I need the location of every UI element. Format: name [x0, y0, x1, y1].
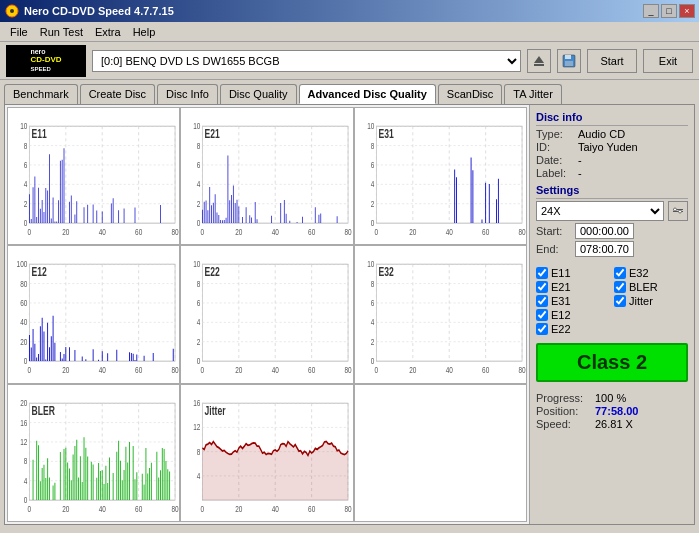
speed-select[interactable]: 24X Maximum 4X 8X 16X 32X 40X 48X	[536, 201, 664, 221]
chart-svg-e11: 0204060800246810E11	[8, 108, 179, 244]
disc-date-label: Date:	[536, 154, 574, 166]
svg-text:0: 0	[24, 495, 28, 505]
cb-E11[interactable]: E11	[536, 267, 610, 279]
tab-benchmark[interactable]: Benchmark	[4, 84, 78, 104]
svg-text:20: 20	[20, 337, 28, 347]
speed-row: 24X Maximum 4X 8X 16X 32X 40X 48X	[536, 201, 688, 221]
svg-point-1	[10, 9, 14, 13]
svg-text:0: 0	[370, 218, 374, 228]
chart-e21: 0204060800246810E21	[180, 107, 353, 245]
svg-text:0: 0	[374, 227, 378, 237]
cb-BLER[interactable]: BLER	[614, 281, 688, 293]
disc-date-row: Date: -	[536, 154, 688, 166]
svg-text:E11: E11	[32, 128, 47, 141]
cb-E22-input[interactable]	[536, 323, 548, 335]
tab-scandisc[interactable]: ScanDisc	[438, 84, 502, 104]
cb-E12-input[interactable]	[536, 309, 548, 321]
menu-extra[interactable]: Extra	[89, 24, 127, 40]
cb-E11-input[interactable]	[536, 267, 548, 279]
tab-discquality[interactable]: Disc Quality	[220, 84, 297, 104]
cb-E31-input[interactable]	[536, 295, 548, 307]
position-label: Position:	[536, 405, 591, 417]
svg-text:4: 4	[197, 470, 201, 480]
svg-text:8: 8	[370, 141, 374, 151]
svg-text:60: 60	[308, 227, 316, 237]
cb-Jitter-input[interactable]	[614, 295, 626, 307]
svg-text:60: 60	[135, 227, 143, 237]
app-logo: neroCD-DVDSPEED	[6, 45, 86, 77]
cb-E21-label: E21	[551, 281, 571, 293]
start-button[interactable]: Start	[587, 49, 637, 73]
svg-text:6: 6	[370, 298, 374, 308]
chart-e11: 0204060800246810E11	[7, 107, 180, 245]
svg-text:20: 20	[62, 365, 70, 375]
svg-text:80: 80	[345, 504, 353, 514]
svg-text:40: 40	[99, 227, 107, 237]
cb-E22[interactable]: E22	[536, 323, 610, 335]
chart-svg-bler: 020406080048121620BLER	[8, 385, 179, 521]
cb-Jitter[interactable]: Jitter	[614, 295, 688, 307]
svg-text:0: 0	[201, 365, 205, 375]
eject-button[interactable]	[527, 49, 551, 73]
svg-text:0: 0	[197, 218, 201, 228]
disc-label-value: -	[578, 167, 582, 179]
svg-text:80: 80	[171, 365, 179, 375]
cb-E32[interactable]: E32	[614, 267, 688, 279]
cb-E21-input[interactable]	[536, 281, 548, 293]
svg-text:20: 20	[62, 227, 70, 237]
chart-e22: 0204060800246810E22	[180, 245, 353, 383]
svg-text:10: 10	[193, 121, 201, 131]
exit-button[interactable]: Exit	[643, 49, 693, 73]
maximize-button[interactable]: □	[661, 4, 677, 18]
minimize-button[interactable]: _	[643, 4, 659, 18]
progress-label: Progress:	[536, 392, 591, 404]
svg-text:2: 2	[24, 199, 28, 209]
cb-E21[interactable]: E21	[536, 281, 610, 293]
menu-help[interactable]: Help	[127, 24, 162, 40]
close-button[interactable]: ×	[679, 4, 695, 18]
tab-discinfo[interactable]: Disc Info	[157, 84, 218, 104]
main-content: 0204060800246810E110204060800246810E2102…	[4, 104, 695, 525]
save-button[interactable]	[557, 49, 581, 73]
svg-text:20: 20	[20, 398, 28, 408]
svg-text:0: 0	[370, 356, 374, 366]
drive-select[interactable]: [0:0] BENQ DVD LS DW1655 BCGB	[92, 50, 521, 72]
tab-createdisc[interactable]: Create Disc	[80, 84, 155, 104]
svg-text:BLER: BLER	[32, 405, 56, 418]
cb-E31[interactable]: E31	[536, 295, 610, 307]
svg-text:40: 40	[445, 227, 453, 237]
window-controls[interactable]: _ □ ×	[643, 4, 695, 18]
menu-bar: File Run Test Extra Help	[0, 22, 699, 42]
checkboxes-area: E11 E21 E31 E12 E22	[536, 267, 688, 335]
svg-text:20: 20	[409, 365, 417, 375]
tab-tajitter[interactable]: TA Jitter	[504, 84, 562, 104]
svg-text:8: 8	[197, 141, 201, 151]
settings-section: Settings 24X Maximum 4X 8X 16X 32X 40X 4…	[536, 184, 688, 259]
svg-marker-3	[534, 56, 544, 63]
svg-text:60: 60	[20, 298, 28, 308]
svg-text:4: 4	[24, 475, 28, 485]
cb-BLER-input[interactable]	[614, 281, 626, 293]
app-icon	[4, 3, 20, 19]
cb-E12[interactable]: E12	[536, 309, 610, 321]
end-label: End:	[536, 243, 571, 255]
svg-text:12: 12	[193, 422, 200, 432]
svg-text:16: 16	[20, 417, 28, 427]
end-time-row: End: 078:00.70	[536, 241, 688, 257]
tab-advanceddiscquality[interactable]: Advanced Disc Quality	[299, 84, 436, 104]
menu-file[interactable]: File	[4, 24, 34, 40]
svg-text:20: 20	[409, 227, 417, 237]
disc-label-row: Label: -	[536, 167, 688, 179]
toolbar: neroCD-DVDSPEED [0:0] BENQ DVD LS DW1655…	[0, 42, 699, 80]
svg-text:0: 0	[28, 227, 32, 237]
chart-svg-e31: 0204060800246810E31	[355, 108, 526, 244]
cb-E32-input[interactable]	[614, 267, 626, 279]
svg-text:20: 20	[236, 504, 244, 514]
svg-text:8: 8	[197, 279, 201, 289]
end-value: 078:00.70	[575, 241, 634, 257]
speed-value-progress: 26.81 X	[595, 418, 633, 430]
svg-text:60: 60	[135, 504, 143, 514]
menu-runtest[interactable]: Run Test	[34, 24, 89, 40]
svg-rect-2	[534, 64, 544, 66]
settings-icon-button[interactable]	[668, 201, 688, 221]
